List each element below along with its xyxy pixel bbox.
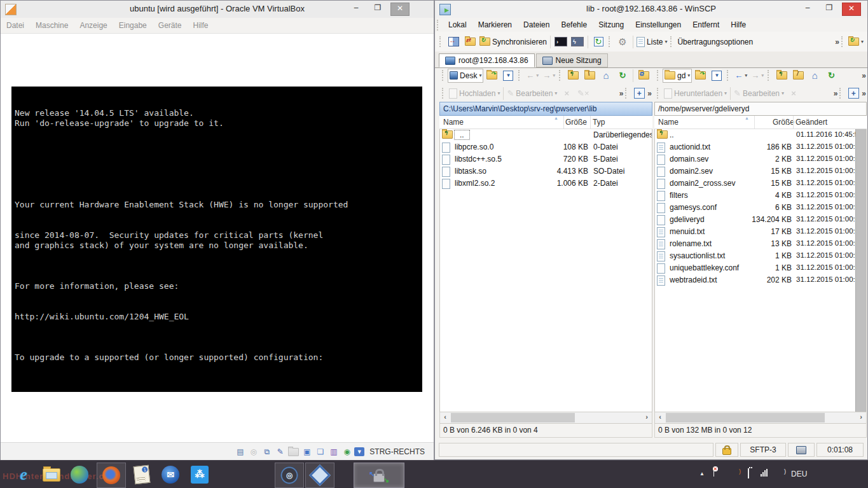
local-parent-directory-button[interactable]: ↰ [565, 68, 581, 83]
taskbar-internet-explorer[interactable]: e [10, 463, 38, 487]
menubar-grip[interactable] [437, 20, 441, 31]
vb-display-icon[interactable]: ▣ [301, 447, 313, 457]
remote-horizontal-scrollbar[interactable]: ‹ › [654, 412, 867, 424]
remote-root-directory-button[interactable]: / [790, 68, 806, 83]
toolbar-overflow-chevron[interactable]: » [835, 38, 839, 46]
table-row[interactable]: ↰ .. Darüberliegendes .. [440, 129, 652, 141]
preferences-panels-button[interactable] [445, 34, 462, 50]
scp-menu-befehle[interactable]: Befehle [555, 18, 593, 32]
remote-home-directory-button[interactable]: ⌂ [806, 68, 823, 83]
table-row[interactable]: domain2.sev 15 KB 31.12.2015 01:00:00 [655, 165, 866, 178]
table-row[interactable]: libxml2.so.2 1.006 KB 2-Datei [440, 178, 652, 190]
local-toolbar-overflow[interactable]: » [619, 89, 624, 98]
remote-back-button[interactable]: ←▾ [733, 68, 749, 83]
taskbar-thunderbird[interactable]: ✉ [156, 463, 184, 487]
tray-show-hidden-icon[interactable]: ▲ [699, 471, 705, 477]
remote-toolbar-overflow2[interactable]: » [834, 89, 838, 98]
local-open-directory-button[interactable]: ↷ [483, 68, 500, 83]
scroll-left-arrow[interactable]: ‹ [655, 412, 665, 422]
local-upload-button[interactable]: Hochladen ▾ [448, 86, 501, 101]
taskbar-virtualbox[interactable] [305, 463, 334, 488]
remote-delete-button[interactable]: × [785, 86, 802, 101]
remote-parent-directory-button[interactable]: ↰ [773, 68, 790, 83]
remote-forward-button[interactable]: →▾ [749, 68, 766, 83]
taskbar-media-app[interactable] [65, 463, 93, 487]
power-battery-icon[interactable] [748, 469, 749, 478]
remote-col-modified[interactable]: Geändert [796, 118, 827, 127]
scp-menu-sitzung[interactable]: Sitzung [593, 18, 630, 32]
synchronize-browsing-button[interactable]: ⇄ [462, 34, 478, 50]
table-row[interactable]: libstdc++.so.5 720 KB 5-Datei [440, 153, 652, 165]
taskbar-winscp[interactable]: ↖ ↘ [354, 463, 404, 488]
network-signal-icon[interactable] [761, 469, 768, 477]
encryption-cell[interactable] [715, 443, 738, 457]
local-col-size[interactable]: Größe [565, 118, 587, 127]
vb-network-icon[interactable]: ⧉ [261, 447, 273, 457]
vb-harddisk-icon[interactable]: ▤ [234, 447, 246, 457]
vb-acceleration-icon[interactable]: ◉ [341, 447, 353, 457]
table-row[interactable]: sysauctionlist.txt 1 KB 31.12.2015 01:00… [655, 250, 866, 262]
table-row[interactable]: domain2_cross.sev 15 KB 31.12.2015 01:00… [655, 178, 866, 190]
table-row[interactable]: domain.sev 2 KB 31.12.2015 01:00:00 [655, 153, 866, 165]
vb-maximize-button[interactable]: ❐ [369, 3, 387, 15]
remote-edit-button[interactable]: ✎ Bearbeiten ▾ [733, 86, 785, 101]
table-row[interactable]: gamesys.conf 6 KB 31.12.2015 01:00:00 [655, 202, 866, 214]
table-row[interactable]: gdeliveryd 134.204 KB 31.12.2015 01:00:0… [655, 214, 866, 226]
local-forward-button[interactable]: →▾ [541, 68, 557, 83]
open-terminal-button[interactable]: › [553, 34, 569, 50]
console-command-button[interactable]: ϟ [569, 34, 586, 50]
tab-new-session[interactable]: Neue Sitzung [536, 53, 608, 67]
vb-menu-eingabe[interactable]: Eingabe [113, 18, 153, 32]
remote-download-button[interactable]: Herunterladen ▾ [663, 86, 728, 101]
vb-close-button[interactable]: ✕ [390, 3, 410, 16]
taskbar-cloud-app[interactable]: ⁂ [186, 463, 214, 487]
vb-minimize-button[interactable]: – [347, 3, 365, 15]
queue-button[interactable]: ↻▾ [847, 34, 865, 50]
remote-col-size[interactable]: Größe [773, 118, 794, 127]
scrollbar-thumb[interactable] [451, 413, 575, 422]
refresh-button[interactable]: ↻ [590, 34, 607, 50]
remote-refresh-button[interactable]: ↻ [823, 68, 839, 83]
local-col-type[interactable]: Typ [593, 118, 605, 127]
remote-vertical-scrollbar[interactable] [855, 129, 866, 412]
remote-open-directory-button[interactable]: ↷ [692, 68, 708, 83]
vb-menu-geraete[interactable]: Geräte [153, 18, 188, 32]
scp-menu-entfernt[interactable]: Entfernt [687, 18, 725, 32]
remote-drive-combo[interactable]: gd ▾ [663, 69, 692, 83]
local-refresh-button[interactable]: ↻ [614, 68, 631, 83]
local-filter-button[interactable]: ▼ [500, 68, 516, 83]
local-back-button[interactable]: ←▾ [524, 68, 541, 83]
vb-menu-datei[interactable]: Datei [1, 18, 30, 32]
local-add-bookmark-button[interactable]: + [631, 86, 647, 101]
vb-shared-folders-icon[interactable] [287, 447, 300, 457]
scp-menu-lokal[interactable]: Lokal [443, 18, 472, 32]
tab-session-root[interactable]: root@192.168.43.86 [439, 53, 535, 67]
remote-toolbar-overflow[interactable]: » [862, 71, 866, 80]
scp-menu-markieren[interactable]: Markieren [472, 18, 518, 32]
table-row[interactable]: libtask.so 4.413 KB SO-Datei [440, 165, 652, 178]
scrollbar-thumb[interactable] [666, 413, 825, 422]
table-row[interactable]: uniquebattlekey.conf 1 KB 31.12.2015 01:… [655, 262, 866, 274]
table-row[interactable]: menuid.txt 17 KB 31.12.2015 01:00:00 [655, 226, 866, 238]
remote-add-bookmark-button[interactable]: + [845, 86, 862, 101]
scroll-right-arrow[interactable]: › [642, 412, 652, 422]
protocol-cell[interactable]: SFTP-3 [740, 443, 786, 457]
local-edit-button[interactable]: ✎ Bearbeiten ▾ [506, 86, 558, 101]
transfer-options-button[interactable]: Übertragungsoptionen [676, 34, 754, 50]
table-row[interactable]: webtradeid.txt 202 KB 31.12.2015 01:00:0… [655, 274, 866, 286]
scp-close-button[interactable]: ✕ [842, 3, 861, 16]
table-row[interactable]: auctionid.txt 186 KB 31.12.2015 01:00:00 [655, 141, 866, 153]
local-bookmark-overflow[interactable]: » [647, 89, 652, 98]
scp-menu-dateien[interactable]: Dateien [518, 18, 555, 32]
scroll-right-arrow[interactable]: › [856, 412, 866, 422]
vb-menu-anzeige[interactable]: Anzeige [74, 18, 113, 32]
vb-menu-maschine[interactable]: Maschine [30, 18, 74, 32]
local-root-directory-button[interactable]: \ [581, 68, 598, 83]
panel-view-liste-button[interactable]: Liste ▾ [635, 34, 668, 50]
remote-path-bar[interactable]: /home/pwserver/gdeliveryd [654, 102, 867, 116]
preferences-button[interactable]: ⚙ [614, 34, 631, 50]
scp-menu-hilfe[interactable]: Hilfe [725, 18, 752, 32]
remote-col-name[interactable]: Name [658, 118, 679, 127]
table-row[interactable]: ↰ .. 01.11.2016 10:45:55 [655, 129, 866, 141]
scp-minimize-button[interactable]: – [799, 3, 816, 15]
